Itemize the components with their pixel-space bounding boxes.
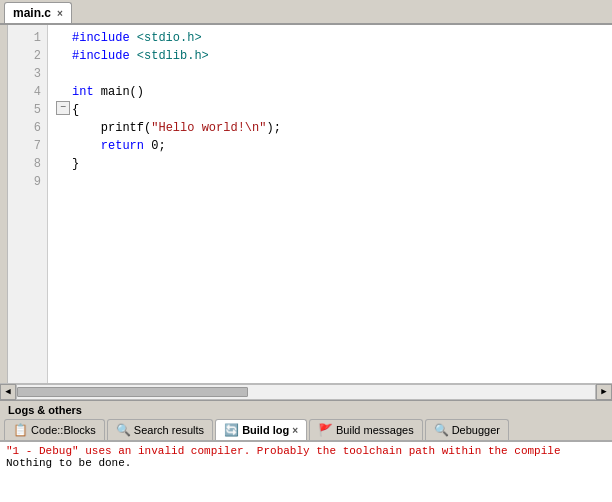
code-line-4: int main() bbox=[56, 83, 604, 101]
editor-area: 1 2 3 4 5 6 7 8 9 #include <stdio.h> #in… bbox=[0, 25, 612, 383]
tab-debugger-label: Debugger bbox=[452, 424, 500, 436]
logs-header: Logs & others bbox=[0, 401, 612, 419]
scroll-right-button[interactable]: ▶ bbox=[596, 384, 612, 400]
bottom-panel: Logs & others 📋 Code::Blocks 🔍 Search re… bbox=[0, 399, 612, 502]
tab-search-label: Search results bbox=[134, 424, 204, 436]
code-line-5: − { bbox=[56, 101, 604, 119]
tab-search-results[interactable]: 🔍 Search results bbox=[107, 419, 213, 440]
horizontal-scrollbar[interactable]: ◀ ▶ bbox=[0, 383, 612, 399]
tab-label: main.c bbox=[13, 6, 51, 20]
bottom-tab-bar: 📋 Code::Blocks 🔍 Search results 🔄 Build … bbox=[0, 419, 612, 442]
code-line-2: #include <stdlib.h> bbox=[56, 47, 604, 65]
tab-bar: main.c × bbox=[0, 0, 612, 25]
tab-close-button[interactable]: × bbox=[57, 8, 63, 19]
buildlog-close-button[interactable]: × bbox=[292, 425, 298, 436]
log-line-2: Nothing to be done. bbox=[6, 457, 606, 469]
buildmsg-icon: 🚩 bbox=[318, 423, 333, 437]
codeblocks-icon: 📋 bbox=[13, 423, 28, 437]
tab-main-c[interactable]: main.c × bbox=[4, 2, 72, 23]
tab-buildmsg-label: Build messages bbox=[336, 424, 414, 436]
tab-debugger[interactable]: 🔍 Debugger bbox=[425, 419, 509, 440]
search-icon: 🔍 bbox=[116, 423, 131, 437]
scroll-thumb[interactable] bbox=[17, 387, 248, 397]
tab-buildlog-label: Build log bbox=[242, 424, 289, 436]
code-line-1: #include <stdio.h> bbox=[56, 29, 604, 47]
left-gutter bbox=[0, 25, 8, 383]
code-line-8: } bbox=[56, 155, 604, 173]
debugger-icon: 🔍 bbox=[434, 423, 449, 437]
scroll-track[interactable] bbox=[16, 384, 596, 400]
tab-build-log[interactable]: 🔄 Build log × bbox=[215, 419, 307, 440]
code-line-9 bbox=[56, 173, 604, 191]
code-line-6: printf("Hello world!\n"); bbox=[56, 119, 604, 137]
buildlog-icon: 🔄 bbox=[224, 423, 239, 437]
log-line-1: "1 - Debug" uses an invalid compiler. Pr… bbox=[6, 445, 606, 457]
build-log-content: "1 - Debug" uses an invalid compiler. Pr… bbox=[0, 442, 612, 502]
line-numbers: 1 2 3 4 5 6 7 8 9 bbox=[8, 25, 48, 383]
code-line-3 bbox=[56, 65, 604, 83]
fold-marker-line5[interactable]: − bbox=[56, 101, 70, 115]
code-line-7: return 0; bbox=[56, 137, 604, 155]
tab-codeblocks[interactable]: 📋 Code::Blocks bbox=[4, 419, 105, 440]
code-editor[interactable]: #include <stdio.h> #include <stdlib.h> i… bbox=[48, 25, 612, 383]
tab-codeblocks-label: Code::Blocks bbox=[31, 424, 96, 436]
scroll-left-button[interactable]: ◀ bbox=[0, 384, 16, 400]
tab-build-messages[interactable]: 🚩 Build messages bbox=[309, 419, 423, 440]
